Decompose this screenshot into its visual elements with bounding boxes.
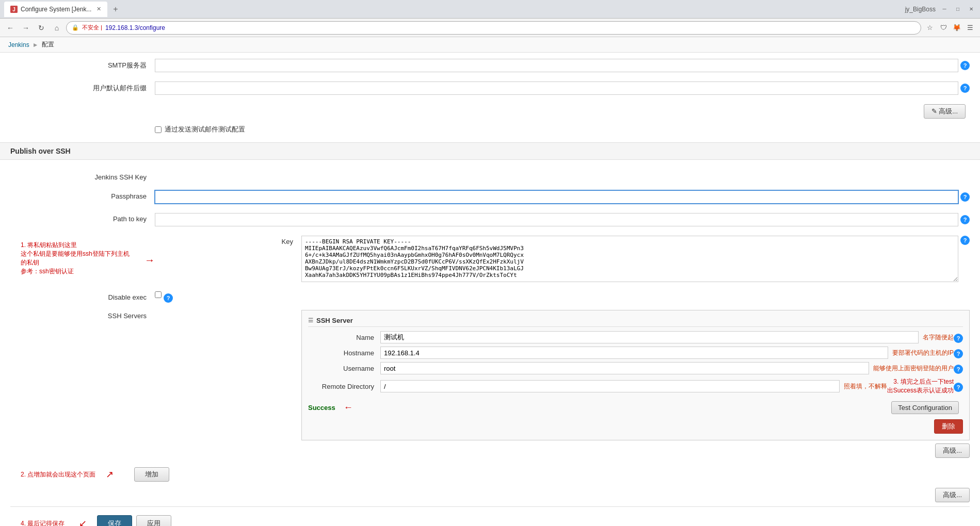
- close-window-button[interactable]: ✕: [967, 5, 976, 14]
- minimize-button[interactable]: ─: [940, 5, 949, 14]
- disable-exec-checkbox[interactable]: [155, 291, 162, 298]
- ssh-hostname-input-wrap: 要部署代码的主机的IP: [380, 347, 954, 359]
- key-annotation: 1. 将私钥粘贴到这里 这个私钥是要能够使用ssh登陆下列主机的私钥 参考：ss…: [10, 234, 144, 278]
- annotation-1-line1: 1. 将私钥粘贴到这里: [21, 241, 134, 250]
- success-arrow-icon: ←: [344, 402, 353, 413]
- disable-exec-help-icon[interactable]: ?: [164, 293, 173, 303]
- back-button[interactable]: ←: [4, 22, 17, 34]
- home-button[interactable]: ⌂: [51, 22, 63, 34]
- drag-handle-icon: ☰: [308, 317, 313, 324]
- disable-exec-control: ?: [155, 291, 970, 303]
- ssh-hostname-hint: 要部署代码的主机的IP: [892, 349, 954, 357]
- smtp-server-control: ?: [155, 59, 970, 72]
- ssh-server-header-text: SSH Server: [316, 317, 353, 324]
- tab-title: Configure System [Jenk...: [21, 6, 91, 13]
- new-tab-button[interactable]: +: [109, 3, 122, 15]
- page-content: SMTP服务器 ? 用户默认邮件后缀 ? ✎ 高级... 通过发送测试邮件测试配…: [0, 53, 980, 526]
- key-help-icon[interactable]: ?: [960, 236, 970, 245]
- advanced-ssh-button[interactable]: 高级...: [935, 443, 970, 458]
- publish-ssh-section: Jenkins SSH Key Passphrase ? Path to key…: [0, 164, 980, 526]
- path-to-key-help-icon[interactable]: ?: [960, 215, 970, 224]
- annotation-2-text: 2. 点增加就会出现这个页面: [21, 471, 95, 478]
- ssh-hostname-label: Hostname: [308, 349, 380, 357]
- passphrase-help-icon[interactable]: ?: [960, 192, 970, 202]
- ssh-remote-dir-input[interactable]: [380, 380, 840, 392]
- active-tab[interactable]: J Configure System [Jenk... ✕: [4, 2, 107, 17]
- smtp-server-help-icon[interactable]: ?: [960, 61, 970, 70]
- ssh-username-label: Username: [308, 365, 380, 372]
- key-row: Key -----BEGIN RSA PRIVATE KEY----- MIIE…: [157, 234, 970, 284]
- titlebar-right: jy_BigBoss ─ □ ✕: [905, 5, 976, 14]
- smtp-server-label: SMTP服务器: [10, 59, 155, 70]
- success-label: Success: [308, 404, 335, 412]
- annotation-3: 3. 填完之后点一下test 出Success表示认证成功: [887, 377, 954, 395]
- disable-exec-label: Disable exec: [10, 291, 155, 301]
- advanced-btn-row: ✎ 高级...: [10, 102, 970, 121]
- path-to-key-control: ?: [155, 213, 970, 226]
- smtp-server-row: SMTP服务器 ?: [10, 57, 970, 74]
- address-bar[interactable]: 🔒 不安全 | 192.168.1.3/configure: [66, 21, 921, 35]
- refresh-button[interactable]: ↻: [35, 22, 47, 34]
- user-email-control: ?: [155, 81, 970, 95]
- path-to-key-row: Path to key ?: [10, 211, 970, 228]
- save-button[interactable]: 保存: [97, 515, 132, 526]
- tab-close-button[interactable]: ✕: [97, 6, 101, 12]
- advanced-bottom-button[interactable]: 高级...: [935, 488, 970, 502]
- ssh-username-help-icon[interactable]: ?: [954, 365, 963, 374]
- disable-exec-row: Disable exec ?: [10, 289, 970, 305]
- user-email-row: 用户默认邮件后缀 ?: [10, 79, 970, 97]
- breadcrumb-current: 配置: [42, 40, 54, 49]
- user-email-label: 用户默认邮件后缀: [10, 81, 155, 93]
- menu-icon[interactable]: ☰: [965, 22, 976, 34]
- ssh-servers-panel: ☰ SSH Server Name 名字随便起 ? Hos: [301, 310, 970, 440]
- add-button[interactable]: 增加: [134, 467, 169, 482]
- ssh-remote-dir-help-icon[interactable]: ?: [954, 383, 963, 392]
- apply-button[interactable]: 应用: [136, 515, 171, 526]
- passphrase-label: Passphrase: [10, 190, 155, 200]
- add-section: 2. 点增加就会出现这个页面 ↗ 增加: [10, 463, 970, 486]
- ssh-servers-section: SSH Servers ☰ SSH Server Name 名字随便起: [10, 310, 970, 458]
- delete-button[interactable]: 删除: [934, 419, 963, 434]
- ssh-name-input[interactable]: [380, 331, 919, 343]
- tab-favicon: J: [10, 6, 18, 13]
- ssh-name-label: Name: [308, 334, 380, 341]
- maximize-button[interactable]: □: [953, 5, 962, 14]
- ssh-name-help-icon[interactable]: ?: [954, 334, 963, 343]
- passphrase-input[interactable]: [155, 190, 958, 204]
- breadcrumb: Jenkins ► 配置: [0, 37, 980, 53]
- test-email-checkbox[interactable]: [155, 126, 162, 133]
- smtp-server-input[interactable]: [155, 59, 958, 72]
- ssh-hostname-input[interactable]: [380, 347, 888, 359]
- test-email-checkbox-row: 通过发送测试邮件测试配置: [10, 121, 970, 138]
- smtp-section: SMTP服务器 ? 用户默认邮件后缀 ? ✎ 高级... 通过发送测试邮件测试配…: [0, 53, 980, 142]
- lock-icon: 🔒: [72, 24, 79, 31]
- key-control: -----BEGIN RSA PRIVATE KEY----- MIIEpAIB…: [301, 236, 970, 282]
- ssh-remote-dir-hint: 照着填，不解释: [844, 382, 887, 391]
- ssh-server-header: ☰ SSH Server: [308, 315, 963, 327]
- user-email-help-icon[interactable]: ?: [960, 84, 970, 93]
- key-label: Key: [157, 236, 301, 245]
- annotation-1: 1. 将私钥粘贴到这里 这个私钥是要能够使用ssh登陆下列主机的私钥 参考：ss…: [10, 239, 134, 278]
- ssh-remote-dir-row: Remote Directory 照着填，不解释 3. 填完之后点一下test …: [308, 377, 963, 395]
- bookmark-star-icon[interactable]: ☆: [924, 22, 936, 34]
- path-to-key-input[interactable]: [155, 213, 958, 226]
- test-configuration-button[interactable]: Test Configuration: [891, 401, 959, 414]
- passphrase-control: ?: [155, 190, 970, 204]
- user-email-input[interactable]: [155, 81, 958, 95]
- advanced-smtp-button[interactable]: ✎ 高级...: [924, 104, 966, 119]
- svg-text:J: J: [12, 7, 15, 12]
- ssh-hostname-help-icon[interactable]: ?: [954, 349, 963, 358]
- key-textarea[interactable]: -----BEGIN RSA PRIVATE KEY----- MIIEpAIB…: [301, 236, 958, 282]
- forward-button[interactable]: →: [20, 22, 32, 34]
- breadcrumb-separator: ►: [33, 41, 39, 48]
- ssh-remote-dir-input-wrap: 照着填，不解释: [380, 380, 887, 392]
- ssh-servers-content: ☰ SSH Server Name 名字随便起 ? Hos: [155, 310, 970, 458]
- add-btn-wrap: 增加: [134, 467, 169, 482]
- jenkins-ssh-key-label: Jenkins SSH Key: [10, 171, 155, 181]
- breadcrumb-jenkins-link[interactable]: Jenkins: [8, 41, 29, 48]
- passphrase-row: Passphrase ?: [10, 188, 970, 206]
- extension-icon-1[interactable]: 🛡: [938, 22, 949, 34]
- ssh-name-input-wrap: 名字随便起: [380, 331, 954, 343]
- ssh-username-input[interactable]: [380, 362, 869, 374]
- extension-icon-2[interactable]: 🦊: [951, 22, 962, 34]
